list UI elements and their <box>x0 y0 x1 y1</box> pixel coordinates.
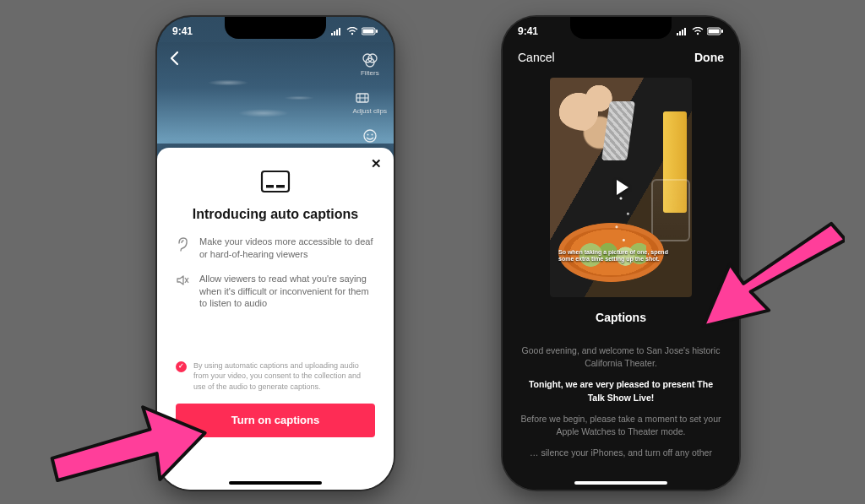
phone-notch <box>570 17 672 39</box>
consent-row[interactable]: ✓ By using automatic captions and upload… <box>176 360 375 391</box>
svg-rect-19 <box>266 185 274 188</box>
captions-heading: Captions <box>596 311 646 324</box>
svg-point-17 <box>371 134 373 136</box>
phone-mockup-left: 9:41 Filters Adjust clips <box>157 17 394 490</box>
svg-rect-18 <box>262 171 289 192</box>
in-video-caption: So when taking a picture of one, spend s… <box>558 249 668 264</box>
svg-point-4 <box>351 33 353 35</box>
mute-icon <box>176 274 191 311</box>
svg-point-16 <box>367 134 368 136</box>
filters-button[interactable]: Filters <box>361 51 379 77</box>
turn-on-captions-button[interactable]: Turn on captions <box>176 404 375 437</box>
wifi-icon <box>692 27 704 35</box>
phone-notch <box>225 17 326 39</box>
caption-line[interactable]: … silence your iPhones, and turn off any… <box>520 447 722 459</box>
filters-icon <box>361 51 379 69</box>
editor-top-bar: Cancel Done <box>518 51 724 64</box>
bullet-readability-text: Allow viewers to read what you're saying… <box>199 273 375 311</box>
auto-captions-sheet: ✕ Introducing auto captions Make your vi… <box>157 148 394 490</box>
consent-text: By using automatic captions and uploadin… <box>193 360 375 391</box>
done-button[interactable]: Done <box>694 51 724 64</box>
adjust-clips-button[interactable]: Adjust clips <box>353 89 387 115</box>
cancel-button[interactable]: Cancel <box>518 51 555 64</box>
bullet-accessibility-text: Make your videos more accessible to deaf… <box>199 236 375 261</box>
svg-point-27 <box>697 33 699 35</box>
home-indicator[interactable] <box>574 481 667 485</box>
bullet-accessibility: Make your videos more accessible to deaf… <box>176 236 375 261</box>
phone-mockup-right: 9:41 Cancel Done So when taking a pi <box>503 17 739 490</box>
svg-point-15 <box>364 130 376 142</box>
edit-captions-icon[interactable] <box>705 309 721 327</box>
back-chevron-icon[interactable] <box>169 51 181 70</box>
editor-side-toolbar: Filters Adjust clips <box>353 51 387 145</box>
svg-rect-29 <box>709 30 720 34</box>
svg-rect-24 <box>679 31 681 35</box>
captions-hero-icon <box>260 170 291 195</box>
svg-rect-26 <box>684 28 686 35</box>
caption-line[interactable]: Good evening, and welcome to San Jose's … <box>520 344 722 370</box>
signal-icon <box>677 27 688 35</box>
caption-line[interactable]: Before we begin, please take a moment to… <box>520 413 722 438</box>
svg-rect-25 <box>682 30 683 35</box>
caption-line-active[interactable]: Tonight, we are very pleased to present … <box>520 378 722 404</box>
svg-rect-20 <box>276 185 285 188</box>
svg-rect-1 <box>334 31 335 35</box>
battery-icon <box>362 27 378 35</box>
captions-header-row: Captions <box>503 311 739 324</box>
home-indicator[interactable] <box>229 481 322 485</box>
svg-rect-2 <box>336 30 338 35</box>
wifi-icon <box>346 27 358 35</box>
signal-icon <box>331 27 343 35</box>
svg-rect-0 <box>331 33 333 35</box>
voice-icon <box>361 127 379 145</box>
video-preview[interactable]: So when taking a picture of one, spend s… <box>550 78 692 297</box>
captions-transcript[interactable]: Good evening, and welcome to San Jose's … <box>520 336 722 469</box>
svg-rect-6 <box>363 30 374 34</box>
sheet-title: Introducing auto captions <box>176 207 375 222</box>
consent-check-icon[interactable]: ✓ <box>176 361 187 372</box>
status-time: 9:41 <box>518 25 538 37</box>
svg-rect-7 <box>376 30 378 33</box>
close-icon[interactable]: ✕ <box>371 156 382 171</box>
bullet-readability: Allow viewers to read what you're saying… <box>176 273 375 311</box>
svg-rect-23 <box>677 33 678 35</box>
ear-icon <box>176 236 191 261</box>
status-time: 9:41 <box>172 25 193 37</box>
filters-label: Filters <box>361 69 379 77</box>
play-icon[interactable] <box>607 173 635 202</box>
svg-rect-3 <box>339 28 340 35</box>
adjust-clips-label: Adjust clips <box>353 107 387 115</box>
svg-rect-30 <box>721 30 723 33</box>
voice-effects-button[interactable] <box>361 127 379 145</box>
battery-icon <box>707 27 724 35</box>
adjust-clips-icon <box>353 89 372 107</box>
comparison-graphic: 9:41 Filters Adjust clips <box>0 0 865 504</box>
